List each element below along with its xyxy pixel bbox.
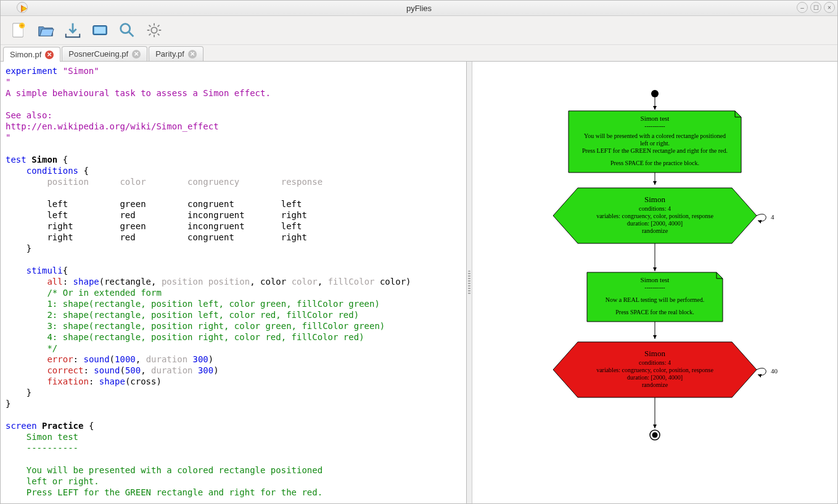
diagram-text: variables: congruency, color, position, … <box>596 213 713 219</box>
code-keyword: stimuli <box>27 266 63 275</box>
diagram-loop-label: 4 <box>771 213 774 221</box>
code-punc: } <box>6 243 31 253</box>
diagram-text: variables: congruency, color, position, … <box>596 367 713 373</box>
diagram-text: You will be presented with a colored rec… <box>584 132 726 139</box>
tab-close-icon[interactable]: ✕ <box>132 50 141 59</box>
code-string: " <box>6 132 10 142</box>
tab-label: Simon.pf <box>10 50 41 59</box>
tab-label: PosnerCueing.pf <box>68 49 128 59</box>
svg-point-0 <box>22 7 26 10</box>
content-area: experiment "Simon" " A simple behavioura… <box>1 61 837 503</box>
diagram-viewer[interactable]: Simon test ---------- You will be presen… <box>472 62 837 503</box>
tab-posner[interactable]: PosnerCueing.pf ✕ <box>62 46 147 61</box>
code-keyword: screen <box>6 421 42 431</box>
diagram-text: left or right. <box>640 140 670 147</box>
maximize-button[interactable]: ☐ <box>810 2 821 13</box>
save-file-button[interactable] <box>61 18 84 42</box>
code-key: error <box>47 354 73 364</box>
code-comment: 4: shape(rectangle, position right, colo… <box>6 332 364 342</box>
code-func: sound <box>94 365 120 375</box>
code-comment: 3: shape(rectangle, position right, colo… <box>6 321 385 331</box>
code-punc: ) <box>406 277 411 287</box>
code-num: 300 <box>198 365 213 375</box>
svg-point-7 <box>151 27 157 33</box>
diagram-text: ---------- <box>644 284 665 291</box>
code-arg: position position <box>162 277 250 287</box>
code-screen-text: You will be presented with a colored rec… <box>6 465 322 475</box>
window-controls-right: – ☐ × <box>797 2 835 13</box>
code-indent <box>6 365 47 375</box>
open-file-button[interactable] <box>34 18 57 42</box>
run-button[interactable] <box>88 18 112 42</box>
new-file-button[interactable] <box>7 18 30 42</box>
tab-error-icon[interactable]: ✕ <box>45 51 54 59</box>
diagram-loop-label: 40 <box>771 367 778 375</box>
diagram-text: Simon test <box>641 115 670 122</box>
code-arg: duration <box>151 365 198 375</box>
code-screen-text: Simon test <box>6 432 78 442</box>
diagram-text: conditions: 4 <box>639 359 671 366</box>
code-key: correct <box>47 365 83 375</box>
diagram-text: duration: [2000, 4000] <box>627 374 683 381</box>
close-button[interactable]: × <box>824 2 835 13</box>
zoom-button[interactable] <box>115 18 139 42</box>
minimize-button[interactable]: – <box>797 2 808 13</box>
code-punc: { <box>83 421 94 431</box>
code-ident: Practice <box>42 421 83 431</box>
code-arg: color <box>260 277 286 287</box>
code-punc: , <box>136 354 146 364</box>
code-func: shape <box>73 277 99 287</box>
tab-parity[interactable]: Parity.pf ✕ <box>149 46 203 61</box>
tab-close-icon[interactable]: ✕ <box>188 50 197 59</box>
code-comment: /* Or in extended form <box>6 288 162 298</box>
diagram-text: Press LEFT for the GREEN rectangle and r… <box>582 147 728 154</box>
code-func: sound <box>83 354 109 364</box>
code-string: See also: <box>6 110 52 120</box>
app-icon <box>19 4 29 14</box>
code-punc: , <box>141 365 151 375</box>
code-num: 1000 <box>115 354 136 364</box>
code-punc: : <box>73 354 84 364</box>
code-func: shape <box>99 376 125 386</box>
code-punc: : <box>89 376 99 386</box>
code-punc: : <box>63 277 73 287</box>
code-ident: Simon <box>31 155 57 165</box>
code-punc: ) <box>208 354 213 364</box>
tab-simon[interactable]: Simon.pf ✕ <box>3 47 60 62</box>
code-keyword: conditions <box>27 166 78 176</box>
code-keyword: experiment <box>6 66 63 76</box>
code-row: right green incongruent left <box>6 221 302 231</box>
code-indent <box>6 266 27 275</box>
code-indent <box>6 354 47 364</box>
code-string: http://en.wikipedia.org/wiki/Simon_effec… <box>6 121 219 131</box>
code-editor[interactable]: experiment "Simon" " A simple behavioura… <box>1 62 467 503</box>
code-arg: duration <box>146 354 193 364</box>
diagram-text: Simon test <box>641 276 670 283</box>
diagram-test-block-2: Simon conditions: 4 variables: congruenc… <box>553 342 778 397</box>
diagram-text: randomize <box>642 381 668 388</box>
code-punc: } <box>6 399 10 408</box>
tab-bar: Simon.pf ✕ PosnerCueing.pf ✕ Parity.pf ✕ <box>1 45 837 61</box>
code-indent <box>6 277 47 287</box>
code-keyword: test <box>6 155 31 165</box>
code-row: left green congruent left <box>6 199 302 209</box>
code-key: fixation <box>47 376 88 386</box>
diagram-loop-arrow <box>757 214 766 221</box>
code-arg: cross <box>130 376 156 386</box>
code-num: 300 <box>192 354 208 364</box>
code-screen-text: ---------- <box>6 443 78 453</box>
code-row: right red congruent right <box>6 232 307 242</box>
preferences-button[interactable] <box>142 18 166 42</box>
code-row: left red incongruent right <box>6 210 307 220</box>
code-punc: , <box>318 277 328 287</box>
pane-splitter[interactable] <box>467 62 472 503</box>
code-indent <box>6 376 47 386</box>
code-punc: { <box>63 266 68 275</box>
diagram-screen-block-2: Simon test ---------- Now a REAL testing… <box>587 272 723 322</box>
code-punc: ( <box>99 277 104 287</box>
diagram-text: Simon <box>644 195 665 204</box>
code-header: position color congruency response <box>6 177 322 187</box>
code-punc: } <box>6 388 31 397</box>
code-comment: 2: shape(rectangle, position left, color… <box>6 310 359 320</box>
code-screen-text: left or right. <box>6 476 99 486</box>
